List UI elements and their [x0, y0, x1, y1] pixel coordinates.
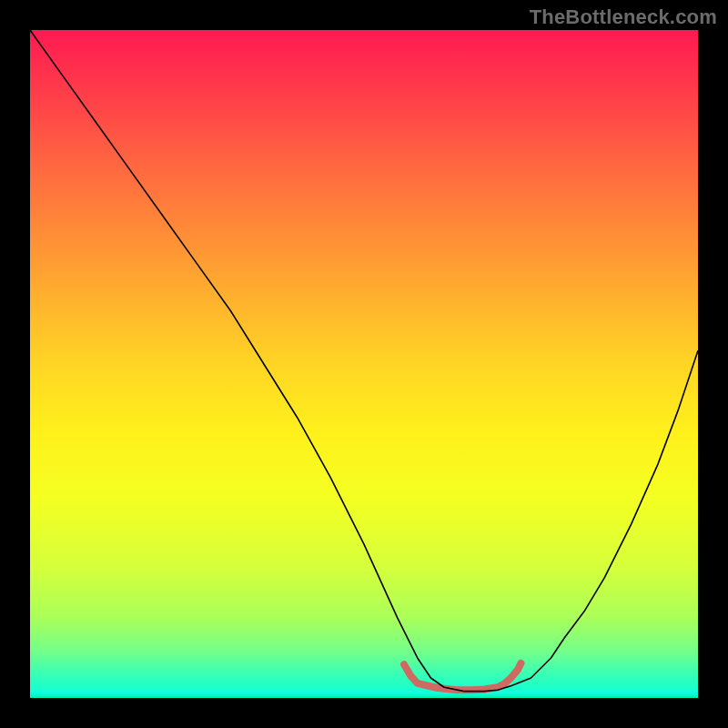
highlight-band: [404, 663, 521, 690]
plot-area: [30, 30, 698, 698]
watermark-text: TheBottleneck.com: [530, 5, 717, 29]
chart-container: TheBottleneck.com: [0, 0, 728, 728]
bottleneck-curve: [30, 30, 698, 692]
curves-svg: [30, 30, 698, 698]
